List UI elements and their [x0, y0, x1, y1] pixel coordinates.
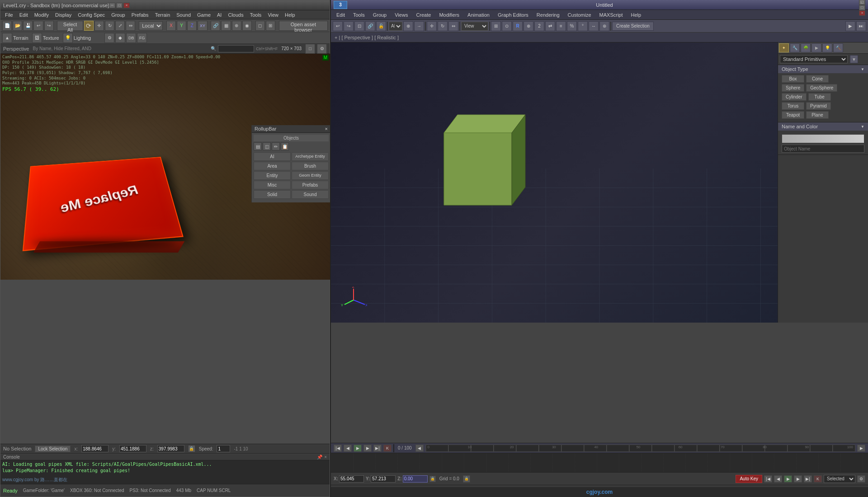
prev-frame-button[interactable]: ◀: [344, 445, 352, 452]
speed-input[interactable]: [217, 445, 230, 452]
menu-group[interactable]: Group: [108, 11, 128, 19]
grid-button[interactable]: ▦: [221, 21, 231, 31]
rollup-icon-3[interactable]: ✏: [272, 142, 280, 150]
snap-button[interactable]: ⊕: [232, 21, 241, 31]
menu-tools[interactable]: Tools: [247, 11, 264, 19]
render-button[interactable]: ◉: [242, 21, 252, 31]
fg-button[interactable]: FG: [137, 33, 147, 43]
goto-end-button[interactable]: ▶|: [373, 445, 382, 452]
obj-btn-prefabs[interactable]: Prefabs: [292, 181, 329, 189]
selected-dropdown[interactable]: Selected: [824, 475, 855, 483]
obj-btn-entity[interactable]: Entity: [254, 171, 291, 180]
right-menu-maxscript[interactable]: MAXScript: [596, 11, 627, 19]
view-mode-dropdown[interactable]: View: [461, 22, 488, 31]
right-tb-6[interactable]: ⊙: [502, 21, 512, 31]
lock-selection-button[interactable]: Lock Selection: [35, 445, 71, 452]
right-tb-r2[interactable]: ⏭: [856, 21, 866, 31]
open-asset-browser-button[interactable]: Open asset browser: [279, 21, 328, 31]
pyramid-button[interactable]: Pyramid: [806, 102, 831, 110]
status-play[interactable]: ▶: [784, 475, 792, 483]
obj-btn-area[interactable]: Area: [254, 162, 291, 170]
right-menu-help[interactable]: Help: [627, 11, 645, 19]
right-close-button[interactable]: ×: [859, 10, 865, 16]
right-tb-12[interactable]: ⊛: [599, 21, 609, 31]
menu-terrain[interactable]: Terrain: [152, 11, 173, 19]
right-tb-move[interactable]: ✛: [427, 21, 437, 31]
console-pin-icon[interactable]: 📌: [317, 455, 322, 459]
cylinder-button[interactable]: Cylinder: [782, 93, 807, 101]
primitives-options-button[interactable]: ▼: [850, 55, 858, 63]
redo-button[interactable]: ↪: [44, 21, 54, 31]
viewport-options-button[interactable]: ⚙: [317, 44, 327, 54]
cone-button[interactable]: Cone: [806, 75, 829, 83]
right-restore-button[interactable]: ◱: [859, 0, 865, 5]
right-menu-edit[interactable]: Edit: [333, 11, 349, 19]
color-swatch-bar[interactable]: [782, 134, 864, 143]
right-tb-sel[interactable]: ⊡: [354, 21, 364, 31]
undo-button[interactable]: ↩: [33, 21, 43, 31]
close-button[interactable]: ×: [123, 3, 130, 8]
status-goto-start[interactable]: |◀: [764, 475, 772, 483]
scale-button[interactable]: ⤢: [115, 21, 125, 31]
db-button[interactable]: DB: [126, 33, 136, 43]
hierarchy-tab[interactable]: 🌳: [801, 43, 811, 52]
texture-button[interactable]: 🖼: [32, 33, 42, 43]
lock-xyz-button[interactable]: 🔒: [429, 476, 436, 482]
new-button[interactable]: 📄: [2, 21, 12, 31]
create-tab[interactable]: ✦: [779, 43, 789, 52]
obj-btn-misc[interactable]: Misc: [254, 181, 291, 189]
right-tb-4[interactable]: →: [414, 21, 424, 31]
maximize-button[interactable]: □: [116, 3, 123, 8]
play-button[interactable]: ▶: [354, 445, 362, 452]
right-tb-9[interactable]: %: [567, 21, 577, 31]
right-tb-11[interactable]: ↔: [589, 21, 599, 31]
goto-start-button[interactable]: |◀: [334, 445, 342, 452]
sphere-button[interactable]: Sphere: [782, 84, 804, 92]
menu-prefabs[interactable]: Prefabs: [129, 11, 151, 19]
rollup-icon-4[interactable]: 📋: [281, 142, 289, 150]
obj-btn-ai[interactable]: AI: [254, 152, 291, 161]
status-next-frame[interactable]: ▶: [794, 475, 802, 483]
menu-sound[interactable]: Sound: [174, 11, 193, 19]
viewport-maximize-button[interactable]: □: [305, 44, 315, 54]
right-x-input[interactable]: [339, 475, 364, 483]
view-mode-button[interactable]: ⊞: [266, 21, 275, 31]
grid-lock-button[interactable]: 🔒: [463, 475, 470, 483]
obj-btn-archetype[interactable]: Archetype Entity: [292, 152, 329, 161]
key-mode-button[interactable]: K: [383, 445, 392, 452]
right-menu-animation[interactable]: Animation: [464, 11, 493, 19]
filter-dropdown[interactable]: All: [389, 22, 402, 31]
status-goto-end[interactable]: ▶|: [804, 475, 812, 483]
right-tb-7[interactable]: ⊕: [524, 21, 533, 31]
console-close-icon[interactable]: ×: [324, 455, 327, 459]
motion-tab[interactable]: ▶: [811, 43, 821, 52]
lock-pos-button[interactable]: 🔒: [188, 445, 195, 452]
utilities-tab[interactable]: 🔨: [833, 43, 843, 52]
obj-btn-sound[interactable]: Sound: [292, 190, 329, 199]
object-type-header[interactable]: Object Type ▼: [778, 65, 868, 73]
status-key-mode[interactable]: K: [814, 475, 822, 483]
right-tb-10[interactable]: °: [578, 21, 588, 31]
timeline-keys-area[interactable]: [331, 453, 868, 473]
light-button[interactable]: 💡: [63, 33, 73, 43]
right-tb-r1[interactable]: ▶: [845, 21, 855, 31]
coordinate-system-dropdown[interactable]: Local: [139, 21, 163, 30]
right-tb-3[interactable]: ⊕: [403, 21, 413, 31]
right-tb-scale[interactable]: ⇔: [448, 21, 458, 31]
right-y-input[interactable]: [371, 475, 396, 483]
select-all-button[interactable]: Select All: [57, 21, 83, 31]
next-frame-button[interactable]: ▶: [363, 445, 372, 452]
torus-button[interactable]: Torus: [782, 102, 804, 110]
link-button[interactable]: 🔗: [211, 21, 220, 31]
rollup-icon-1[interactable]: ▤: [254, 142, 262, 150]
menu-ai[interactable]: AI: [214, 11, 224, 19]
right-tb-mirror[interactable]: ⇄: [545, 21, 555, 31]
menu-modify[interactable]: Modify: [32, 11, 52, 19]
box-button[interactable]: Box: [782, 75, 804, 83]
minimize-button[interactable]: ─: [109, 3, 115, 8]
right-tb-undo[interactable]: ↩: [333, 21, 343, 31]
menu-file[interactable]: File: [2, 11, 16, 19]
object-name-input[interactable]: [782, 145, 864, 153]
right-menu-create[interactable]: Create: [412, 11, 434, 19]
plane-button[interactable]: Plane: [806, 111, 829, 119]
